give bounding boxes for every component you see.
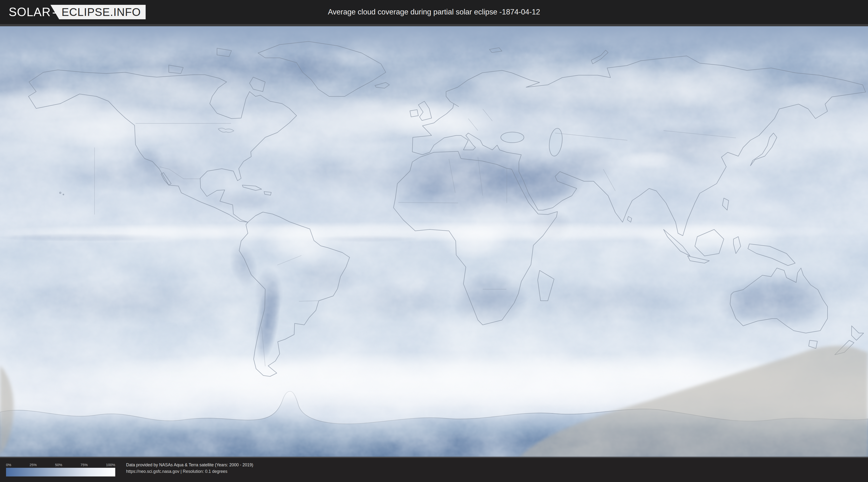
legend-tick-row: 0% 25% 50% 75% 100%	[6, 463, 115, 467]
legend-tick: 0%	[6, 463, 11, 467]
legend-tick: 75%	[81, 463, 88, 467]
footer-bar: 0% 25% 50% 75% 100% Data provided by NAS…	[0, 458, 868, 482]
legend-tick: 100%	[106, 463, 115, 467]
world-cloud-map	[0, 24, 868, 458]
cloud-coverage-legend: 0% 25% 50% 75% 100%	[6, 463, 115, 477]
cloud-map-frame	[0, 24, 868, 458]
app-header: SOLAR - ECLIPSE.INFO Average cloud cover…	[0, 0, 868, 24]
arctic-edge-band	[0, 24, 868, 56]
site-logo[interactable]: SOLAR - ECLIPSE.INFO	[9, 0, 146, 24]
attribution-url: https://neo.sci.gsfc.nasa.gov | Resoluti…	[126, 468, 253, 475]
logo-hyphen: -	[52, 5, 56, 19]
map-top-edge	[0, 24, 868, 26]
legend-tick: 25%	[29, 463, 37, 467]
logo-plate: ECLIPSE.INFO	[51, 5, 146, 19]
logo-text-solar: SOLAR	[9, 5, 51, 19]
legend-gradient-bar	[6, 468, 115, 477]
legend-tick: 50%	[55, 463, 62, 467]
data-attribution: Data provided by NASAs Aqua & Terra sate…	[126, 462, 253, 475]
page: SOLAR - ECLIPSE.INFO Average cloud cover…	[0, 0, 868, 482]
attribution-source: Data provided by NASAs Aqua & Terra sate…	[126, 462, 253, 468]
map-bottom-edge	[0, 457, 868, 458]
